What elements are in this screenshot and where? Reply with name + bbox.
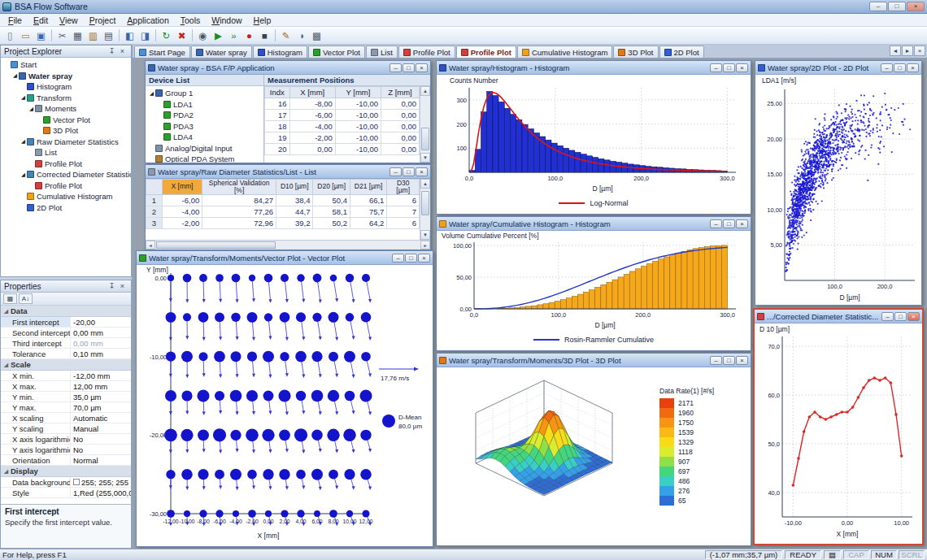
categorized-icon[interactable]: ▦ [3,293,17,304]
property-y-min[interactable]: Y min.35,0 µm [1,392,131,402]
property-category-scale[interactable]: ◢Scale [1,359,131,371]
scroll-down-icon[interactable]: ▼ [420,230,430,240]
column-header-y-mm[interactable]: Y [mm] [335,87,381,98]
minimize-button[interactable]: – [710,63,722,72]
column-header-item[interactable] [146,180,163,195]
maximize-button[interactable]: □ [894,63,906,72]
window-titlebar[interactable]: Water spray - BSA F/P Application –□× [146,61,430,75]
stop-icon[interactable]: ■ [257,28,272,43]
close-icon[interactable]: × [117,47,128,55]
tab-scroll-left-button[interactable]: ◂ [890,46,901,56]
window-histogram[interactable]: Water spray/Histogram - Histogram –□× 0,… [436,60,751,215]
device-item-lda1[interactable]: LDA1 [146,99,263,111]
column-header-spherical-validation[interactable]: Spherical Validation [%] [202,180,276,195]
property-orientation[interactable]: OrientationNormal [1,455,131,466]
project-item-3d-plot[interactable]: 3D Plot [1,125,131,137]
minimize-button[interactable]: – [881,312,894,321]
copy-icon[interactable]: ▦ [70,28,85,43]
maximize-button[interactable]: □ [888,2,906,11]
property-third-intercept[interactable]: Third intercept0,00 mm [1,338,131,349]
window-vector-plot[interactable]: Water spray/Transform/Moments/Vector Plo… [136,250,433,547]
column-header-z-mm[interactable]: Z [mm] [381,87,419,98]
minimize-button[interactable]: – [710,219,722,228]
project-item-raw-diameter-statistics[interactable]: ◢Raw Diameter Statistics [1,137,131,148]
window-list[interactable]: Water spray/Raw Diameter Statistics/List… [145,164,431,250]
device-item-optical-pda-system[interactable]: Optical PDA System [146,154,263,163]
pen-icon[interactable]: ✎ [278,28,294,43]
project-item-start[interactable]: Start [1,59,131,71]
column-header-x-mm[interactable]: X [mm] [162,180,202,195]
window-titlebar[interactable]: Water spray/Cumulative Histogram - Histo… [437,217,751,231]
horizontal-scrollbar[interactable]: ◂ ▸ [146,240,430,250]
vertical-scrollbar[interactable]: ▲ ▼ [420,86,430,163]
window-titlebar[interactable]: Water spray/Transform/Moments/Vector Plo… [137,251,433,265]
grid-icon[interactable]: ▩ [309,28,324,43]
refresh-icon[interactable]: ↻ [159,28,174,43]
layout-horizontal-icon[interactable]: ◧ [122,28,137,43]
tab-profile-plot-selected[interactable]: Profile Plot [456,46,516,58]
close-button[interactable]: × [736,219,748,228]
project-item-transform[interactable]: ◢Transform [1,93,131,104]
menu-window[interactable]: Window [206,15,247,26]
window-titlebar[interactable]: Water spray/Raw Diameter Statistics/List… [146,165,430,179]
property-x-scaling[interactable]: X scalingAutomatic [1,413,131,423]
close-icon[interactable]: × [117,282,128,290]
table-row[interactable]: 18-4,00-10,000,00 [265,121,420,132]
play-icon[interactable]: ▶ [211,28,226,43]
property-tolerance[interactable]: Tolerance0,10 mm [1,349,131,359]
tab-close-button[interactable]: × [914,46,925,56]
column-header-d10-m[interactable]: D10 [µm] [276,180,312,195]
minimize-button[interactable]: – [710,356,722,365]
close-button[interactable]: × [907,2,925,11]
table-row[interactable]: 1-6,0084,2738,450,466,16 [146,194,420,206]
menu-help[interactable]: Help [248,15,277,26]
tab-water-spray[interactable]: Water spray [191,46,252,58]
layout-vertical-icon[interactable]: ◨ [137,28,153,43]
project-item-histogram[interactable]: Histogram [1,81,131,93]
menu-view[interactable]: View [54,15,84,26]
close-button[interactable]: × [416,167,428,176]
device-item-pda2[interactable]: PDA2 [146,110,263,121]
menu-project[interactable]: Project [84,15,122,26]
scroll-thumb[interactable] [421,128,429,150]
close-button[interactable]: × [418,254,430,263]
maximize-button[interactable]: □ [723,63,735,72]
table-row[interactable]: 3-2,0072,9639,250,264,26 [146,217,420,228]
tab-histogram[interactable]: Histogram [253,46,307,58]
menu-edit[interactable]: Edit [28,15,54,26]
maximize-button[interactable]: □ [723,219,735,228]
sort-alphabetical-icon[interactable]: A↓ [19,293,33,304]
new-icon[interactable]: ▯ [2,28,18,43]
scroll-down-icon[interactable]: ▼ [420,153,430,163]
table-row[interactable]: 200,00-10,000,00 [265,144,420,155]
property-x-axis-logarithmic[interactable]: X axis logarithmicNo [1,434,131,445]
close-button[interactable]: × [907,63,919,72]
property-category-data[interactable]: ◢Data [1,306,131,317]
close-button[interactable]: × [736,356,748,365]
pin-icon[interactable]: ↧ [107,47,117,55]
save-icon[interactable]: ▣ [33,28,49,43]
menu-application[interactable]: Application [121,15,174,26]
minimize-button[interactable]: – [392,254,404,263]
property-data-background-c[interactable]: Data background c...255; 255; 255 [1,477,131,488]
property-style[interactable]: Style1,Red (255,000,000); ... [1,488,131,498]
tab-list[interactable]: List [366,46,398,58]
property-y-axis-logarithmic[interactable]: Y axis logarithmicNo [1,445,131,455]
property-y-max[interactable]: Y max.70,0 µm [1,402,131,413]
close-button[interactable]: × [416,63,428,72]
scroll-thumb[interactable] [421,191,429,216]
paste-icon[interactable]: ▥ [85,28,101,43]
tab-2d-plot[interactable]: 2D Plot [659,46,704,58]
window-3d-plot[interactable]: Water spray/Transform/Moments/3D Plot - … [436,353,751,546]
scroll-thumb[interactable] [156,241,276,249]
column-header-d21-m[interactable]: D21 [µm] [350,180,386,195]
scroll-up-icon[interactable]: ▲ [420,86,430,96]
project-item-cumulative-histogram[interactable]: Cumulative Histogram [1,191,131,202]
table-row[interactable]: 19-2,00-10,000,00 [265,132,420,144]
minimize-button[interactable]: – [881,63,893,72]
property-first-intercept[interactable]: First intercept-20,00 [1,317,131,328]
close-button[interactable]: × [907,312,920,321]
window-cumulative-histogram[interactable]: Water spray/Cumulative Histogram - Histo… [436,216,751,351]
device-item-analog-digital-input[interactable]: Analog/Digital Input [146,143,263,154]
window-bsa-application[interactable]: Water spray - BSA F/P Application –□× De… [145,60,431,163]
